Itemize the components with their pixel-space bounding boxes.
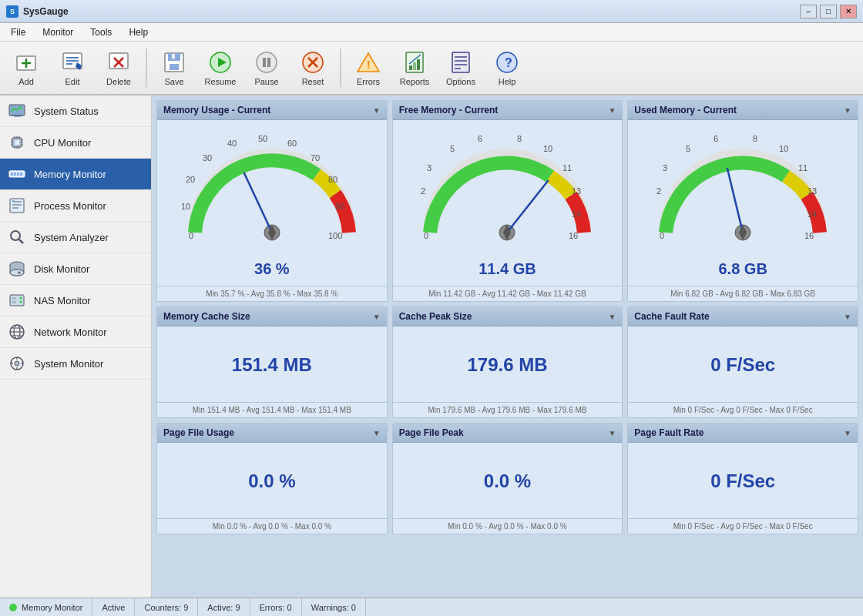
resume-button[interactable]: Resume [199, 45, 242, 91]
card-title-cache-peak: Cache Peak Size [399, 311, 472, 322]
svg-rect-18 [263, 58, 266, 67]
svg-text:16: 16 [804, 231, 814, 240]
card-footer-memory-cache: Min 151.4 MB - Avg 151.4 MB - Max 151.4 … [157, 402, 387, 417]
system-analyzer-icon [8, 228, 26, 246]
save-button[interactable]: Save [153, 45, 196, 91]
svg-text:11: 11 [798, 163, 808, 172]
svg-rect-56 [17, 172, 19, 176]
card-header-memory-usage: Memory Usage - Current ▼ [157, 101, 387, 120]
card-footer-free-memory: Min 11.42 GB - Avg 11.42 GB - Max 11.42 … [393, 286, 623, 301]
card-dropdown-cache-peak[interactable]: ▼ [608, 313, 616, 321]
edit-button[interactable]: Edit [51, 45, 94, 91]
svg-text:2: 2 [656, 186, 661, 196]
gauge-used-memory: 0 2 3 5 6 8 10 11 13 14 16 [633, 125, 853, 256]
svg-text:6: 6 [714, 134, 718, 143]
card-footer-cache-fault: Min 0 F/Sec - Avg 0 F/Sec - Max 0 F/Sec [628, 402, 858, 417]
process-monitor-icon [8, 196, 26, 215]
sidebar-item-system-status[interactable]: System Status [0, 95, 151, 127]
card-page-file-usage: Page File Usage ▼ 0.0 % Min 0.0 % - Avg … [156, 423, 388, 534]
delete-icon [106, 50, 131, 75]
sidebar-item-system-analyzer[interactable]: System Analyzer [0, 222, 151, 253]
svg-text:40: 40 [227, 139, 237, 148]
sidebar-item-network-monitor[interactable]: Network Monitor [0, 316, 151, 348]
svg-rect-19 [267, 58, 270, 67]
sidebar-label-network-monitor: Network Monitor [34, 326, 107, 338]
sidebar-label-system-analyzer: System Analyzer [34, 232, 109, 243]
reset-button[interactable]: Reset [291, 45, 334, 91]
menu-monitor[interactable]: Monitor [35, 25, 81, 39]
sidebar-item-nas-monitor[interactable]: NAS Monitor [0, 285, 151, 316]
reset-label: Reset [302, 77, 324, 86]
sidebar-item-system-monitor[interactable]: System Monitor [0, 348, 151, 380]
svg-point-76 [20, 301, 22, 303]
card-value-cache-fault: 0 F/Sec [710, 354, 775, 376]
resume-label: Resume [205, 77, 237, 86]
maximize-button[interactable]: □ [820, 5, 837, 18]
card-dropdown-page-file-usage[interactable]: ▼ [373, 429, 381, 437]
sidebar-item-memory-monitor[interactable]: Memory Monitor [0, 159, 151, 190]
close-button[interactable]: ✕ [840, 5, 857, 18]
status-errors: Errors: 0 [250, 598, 302, 616]
sidebar-item-process-monitor[interactable]: Process Monitor [0, 190, 151, 222]
card-body-memory-cache: 151.4 MB [157, 326, 387, 402]
card-dropdown-page-fault-rate[interactable]: ▼ [844, 429, 851, 437]
card-title-page-file-usage: Page File Usage [163, 427, 234, 438]
save-icon [162, 50, 186, 75]
card-memory-usage: Memory Usage - Current ▼ [156, 100, 388, 302]
card-dropdown-used-memory[interactable]: ▼ [844, 106, 851, 115]
card-page-fault-rate: Page Fault Rate ▼ 0 F/Sec Min 0 F/Sec - … [627, 423, 858, 534]
card-dropdown-memory-usage[interactable]: ▼ [373, 106, 381, 115]
svg-text:0: 0 [660, 231, 664, 240]
sidebar-item-disk-monitor[interactable]: Disk Monitor [0, 253, 151, 285]
sidebar-item-cpu-monitor[interactable]: CPU Monitor [0, 127, 151, 159]
svg-text:5: 5 [686, 144, 690, 153]
sidebar-label-system-status: System Status [34, 105, 99, 117]
add-button[interactable]: Add [5, 45, 48, 91]
pause-button[interactable]: Pause [245, 45, 288, 91]
app-title: SysGauge [23, 6, 69, 17]
svg-text:6: 6 [478, 134, 482, 143]
help-icon: ? [495, 50, 519, 75]
status-counters: Counters: 9 [135, 598, 198, 616]
svg-rect-73 [12, 297, 16, 300]
menu-tools[interactable]: Tools [82, 25, 119, 39]
toolbar: Add Edit Delete [0, 42, 863, 95]
card-dropdown-memory-cache[interactable]: ▼ [373, 313, 381, 321]
menu-bar: File Monitor Tools Help [0, 23, 863, 42]
svg-text:14: 14 [808, 209, 817, 219]
options-button[interactable]: Options [439, 45, 482, 91]
minimize-button[interactable]: – [800, 5, 817, 18]
title-bar: S SysGauge – □ ✕ [0, 0, 863, 23]
card-body-cache-fault: 0 F/Sec [628, 326, 858, 402]
toolbar-sep-2 [340, 49, 341, 87]
card-header-page-file-peak: Page File Peak ▼ [393, 424, 623, 443]
card-title-cache-fault: Cache Fault Rate [634, 311, 709, 322]
svg-rect-27 [413, 62, 416, 70]
svg-rect-14 [172, 54, 175, 59]
svg-text:100: 100 [328, 231, 342, 240]
svg-rect-13 [170, 64, 179, 70]
card-title-memory-usage: Memory Usage - Current [163, 105, 270, 116]
card-value-page-file-peak: 0.0 % [484, 470, 531, 492]
options-icon [448, 50, 473, 75]
svg-text:10: 10 [181, 202, 190, 211]
edit-label: Edit [65, 77, 80, 86]
delete-label: Delete [106, 77, 131, 86]
help-button[interactable]: ? Help [485, 45, 529, 91]
card-value-memory-cache: 151.4 MB [232, 354, 312, 376]
errors-button[interactable]: ! Errors [347, 45, 390, 91]
gauge-memory-usage: 0 10 20 30 40 50 60 70 80 90 100 [162, 125, 382, 256]
menu-file[interactable]: File [3, 25, 33, 39]
card-dropdown-page-file-peak[interactable]: ▼ [608, 429, 616, 437]
delete-button[interactable]: Delete [97, 45, 140, 91]
card-dropdown-free-memory[interactable]: ▼ [608, 106, 616, 115]
reports-button[interactable]: Reports [393, 45, 436, 91]
svg-text:13: 13 [808, 186, 817, 196]
card-value-free-memory: 11.4 GB [479, 260, 536, 278]
resume-icon [208, 50, 233, 75]
card-dropdown-cache-fault[interactable]: ▼ [844, 313, 851, 321]
svg-text:0: 0 [424, 231, 428, 240]
system-status-icon [8, 102, 26, 120]
svg-point-71 [18, 272, 21, 274]
menu-help[interactable]: Help [121, 25, 156, 39]
